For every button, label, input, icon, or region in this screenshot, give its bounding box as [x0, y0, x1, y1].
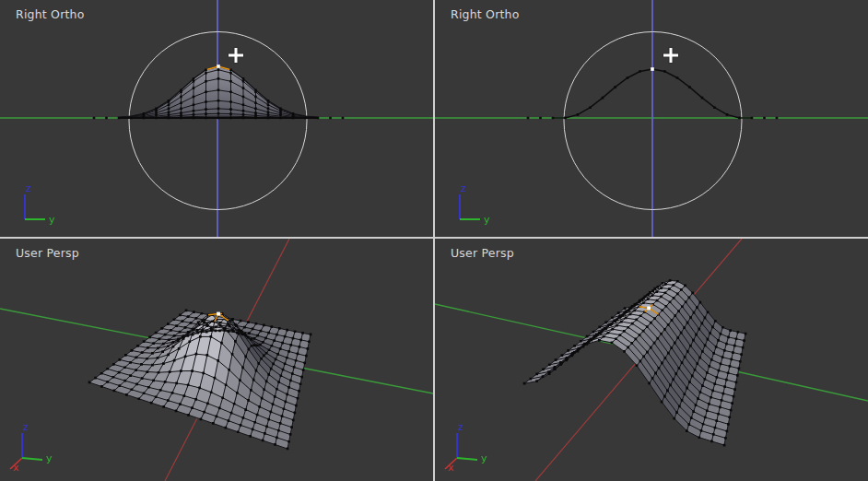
mesh-object-surface[interactable] — [88, 310, 312, 451]
gizmo-y-axis — [457, 458, 477, 460]
gizmo-x-label: x — [448, 462, 454, 474]
mesh-object-surface[interactable] — [523, 279, 747, 446]
viewport-canvas-ortho-curve[interactable]: zy — [435, 0, 868, 237]
viewport-right-ortho-left[interactable]: zy Right Ortho — [0, 0, 433, 237]
area-divider-horizontal[interactable] — [0, 237, 868, 239]
axis-orientation-gizmo: xzy — [10, 421, 53, 474]
area-divider-vertical[interactable] — [433, 0, 435, 481]
selected-vertex[interactable] — [647, 307, 651, 311]
cursor-crosshair-icon — [663, 47, 679, 64]
gizmo-y-axis — [22, 458, 42, 460]
gizmo-x-label: x — [13, 462, 19, 474]
selected-vertex[interactable] — [651, 67, 654, 71]
viewport-canvas-ortho-mesh[interactable]: zy — [0, 0, 433, 237]
viewport-canvas-persp-ridge[interactable]: xzy — [435, 239, 868, 481]
viewport-right-ortho-right[interactable]: zy Right Ortho — [435, 0, 868, 237]
axis-orientation-gizmo: xzy — [445, 421, 487, 474]
cursor-crosshair-icon — [228, 47, 244, 64]
gizmo-y-label: y — [484, 214, 490, 226]
selected-vertex[interactable] — [217, 312, 220, 316]
viewport-canvas-persp-dome[interactable]: xzy — [0, 239, 433, 481]
viewport-user-persp-right[interactable]: xzy User Persp — [435, 239, 868, 481]
blender-quad-view: zy Right Ortho zy Right Ortho xzy User P… — [0, 0, 868, 481]
gizmo-z-label: z — [23, 421, 29, 433]
gizmo-y-label: y — [49, 214, 55, 226]
gizmo-z-label: z — [458, 421, 463, 433]
viewport-label: User Persp — [451, 246, 514, 260]
gizmo-z-label: z — [461, 182, 466, 194]
gizmo-z-label: z — [26, 182, 31, 194]
viewport-label: Right Ortho — [16, 7, 85, 21]
axis-orientation-gizmo: zy — [460, 182, 490, 226]
axis-orientation-gizmo: zy — [25, 182, 55, 226]
gizmo-y-label: y — [46, 452, 53, 464]
viewport-user-persp-left[interactable]: xzy User Persp — [0, 239, 433, 481]
selected-vertex[interactable] — [217, 65, 220, 68]
viewport-label: Right Ortho — [451, 7, 520, 21]
viewport-label: User Persp — [16, 246, 79, 260]
gizmo-y-label: y — [481, 452, 487, 464]
